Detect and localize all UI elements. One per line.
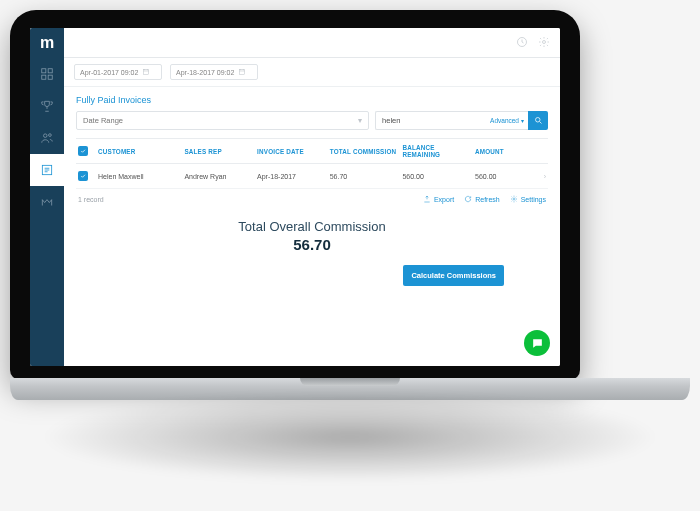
cell-total-commission: 56.70 — [330, 173, 399, 180]
date-to-input[interactable]: Apr-18-2017 09:02 — [170, 64, 258, 80]
date-range-dropdown[interactable]: Date Range ▾ — [76, 111, 369, 130]
sidebar-item-invoices[interactable] — [30, 154, 64, 186]
search-value: helen — [376, 112, 486, 129]
table-row[interactable]: Helen Maxwell Andrew Ryan Apr-18-2017 56… — [76, 164, 548, 189]
brand-letter: m — [40, 35, 54, 51]
date-range-bar: Apr-01-2017 09:02 Apr-18-2017 09:02 — [64, 58, 560, 87]
totals-block: Total Overall Commission 56.70 — [64, 219, 560, 253]
gear-icon — [510, 195, 518, 203]
brand-logo[interactable]: m — [30, 28, 64, 58]
gear-icon[interactable] — [538, 36, 550, 50]
filter-row: Date Range ▾ helen Advanced▾ — [64, 109, 560, 138]
sidebar-item-brand[interactable] — [30, 186, 64, 218]
svg-rect-2 — [42, 69, 46, 73]
svg-rect-5 — [48, 75, 52, 79]
app-screen: m Apr — [30, 28, 560, 366]
section-title: Fully Paid Invoices — [64, 87, 560, 109]
screen-bezel: m Apr — [10, 10, 580, 380]
clock-icon[interactable] — [516, 36, 528, 50]
date-from-input[interactable]: Apr-01-2017 09:02 — [74, 64, 162, 80]
select-all-checkbox[interactable] — [78, 146, 88, 156]
record-count: 1 record — [78, 196, 104, 203]
svg-point-1 — [543, 40, 546, 43]
search-input[interactable]: helen Advanced▾ — [375, 111, 528, 130]
col-amount[interactable]: AMOUNT — [475, 148, 530, 155]
laptop-shadow — [40, 392, 660, 482]
svg-point-12 — [513, 198, 515, 200]
chat-icon — [531, 337, 544, 350]
table-header: CUSTOMER SALES REP INVOICE DATE TOTAL CO… — [76, 138, 548, 164]
advanced-search-link[interactable]: Advanced▾ — [486, 117, 528, 124]
refresh-icon — [464, 195, 472, 203]
svg-rect-9 — [144, 70, 149, 75]
total-commission-label: Total Overall Commission — [64, 219, 560, 234]
top-bar: m — [30, 28, 560, 58]
col-customer[interactable]: CUSTOMER — [98, 148, 180, 155]
col-total-commission[interactable]: TOTAL COMMISSION — [330, 148, 399, 155]
dropdown-label: Date Range — [83, 116, 123, 125]
svg-rect-4 — [42, 75, 46, 79]
cell-balance-remaining: 560.00 — [402, 173, 471, 180]
date-to-value: Apr-18-2017 09:02 — [176, 69, 234, 76]
search-group: helen Advanced▾ — [375, 111, 548, 130]
row-checkbox[interactable] — [78, 171, 88, 181]
topbar-actions — [516, 36, 550, 50]
sidebar-item-people[interactable] — [30, 122, 64, 154]
chevron-down-icon: ▾ — [521, 117, 524, 124]
svg-point-7 — [49, 134, 52, 137]
svg-point-6 — [44, 134, 48, 138]
chat-fab[interactable] — [524, 330, 550, 356]
svg-rect-10 — [240, 70, 245, 75]
svg-point-11 — [535, 118, 540, 123]
chevron-right-icon[interactable]: › — [534, 173, 546, 180]
main-content: Apr-01-2017 09:02 Apr-18-2017 09:02 Full… — [64, 58, 560, 366]
calendar-icon — [238, 68, 246, 76]
total-commission-value: 56.70 — [64, 236, 560, 253]
chevron-down-icon: ▾ — [358, 116, 362, 125]
col-invoice-date[interactable]: INVOICE DATE — [257, 148, 326, 155]
settings-button[interactable]: Settings — [510, 195, 546, 203]
col-balance-remaining[interactable]: BALANCE REMAINING — [402, 144, 471, 158]
sidebar — [30, 58, 64, 366]
sidebar-item-leaderboard[interactable] — [30, 90, 64, 122]
laptop-frame: m Apr — [10, 10, 690, 482]
table-footer: 1 record Export Refresh Settings — [64, 189, 560, 209]
invoice-table: CUSTOMER SALES REP INVOICE DATE TOTAL CO… — [76, 138, 548, 189]
search-button[interactable] — [528, 111, 548, 130]
sidebar-item-dashboard[interactable] — [30, 58, 64, 90]
calculate-commissions-button[interactable]: Calculate Commissions — [403, 265, 504, 286]
cell-sales-rep: Andrew Ryan — [184, 173, 253, 180]
cell-customer: Helen Maxwell — [98, 173, 180, 180]
col-sales-rep[interactable]: SALES REP — [184, 148, 253, 155]
table-actions: Export Refresh Settings — [423, 195, 546, 203]
export-button[interactable]: Export — [423, 195, 454, 203]
refresh-button[interactable]: Refresh — [464, 195, 500, 203]
export-icon — [423, 195, 431, 203]
svg-rect-3 — [48, 69, 52, 73]
search-icon — [534, 116, 543, 125]
cell-amount: 560.00 — [475, 173, 530, 180]
date-from-value: Apr-01-2017 09:02 — [80, 69, 138, 76]
cell-invoice-date: Apr-18-2017 — [257, 173, 326, 180]
calendar-icon — [142, 68, 150, 76]
